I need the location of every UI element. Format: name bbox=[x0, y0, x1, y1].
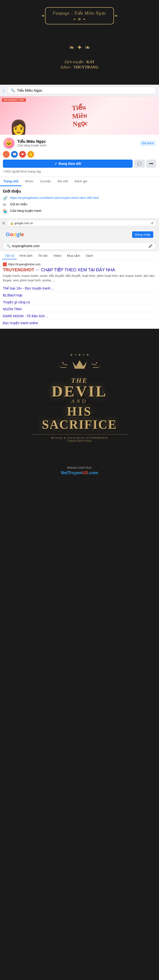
hamburger-icon[interactable]: ≡ bbox=[2, 221, 5, 226]
back-button[interactable]: ‹ bbox=[3, 88, 5, 93]
result-link-3[interactable]: Truyện gì cũng có bbox=[3, 299, 156, 305]
phone-screenshot-section: ‹ 🔍 Tiểu Miêu Ngọc TRUYENGIHO T.NET 👩 Ti… bbox=[0, 85, 159, 329]
result-title-highlight: TRUYENGIHOT bbox=[3, 267, 34, 272]
about-link-url[interactable]: https://truyengihotne.com/danh-sach-truy… bbox=[10, 196, 99, 200]
google-o1: o bbox=[10, 231, 13, 237]
fb-search-bar[interactable]: ‹ 🔍 Tiểu Miêu Ngọc bbox=[0, 85, 159, 96]
about-item-link: 🔗 https://truyengihotne.com/danh-sach-tr… bbox=[3, 196, 156, 200]
spark-1: ✦ bbox=[70, 353, 73, 357]
comic-cover: ✦ ✧ ✦ ✧ ✦ bbox=[20, 353, 140, 442]
google-g2: g bbox=[16, 231, 19, 237]
deco-leaf-right: ❧ bbox=[83, 17, 86, 21]
url-text: google.com.vn bbox=[14, 221, 33, 225]
follow-button-label: Đang theo dõi bbox=[59, 162, 81, 165]
website-url-part2: US bbox=[82, 470, 88, 475]
svg-point-6 bbox=[96, 362, 97, 363]
message-button[interactable]: 💬 bbox=[134, 159, 145, 168]
website-url-part3: .com bbox=[88, 470, 98, 475]
likes-count: 7.663 người thích trang này bbox=[3, 170, 156, 173]
follow-button[interactable]: ✓ Đang theo dõi bbox=[3, 159, 133, 168]
result-title[interactable]: TRUYENGIHOT ← CHẠP TIẾP THEO XEM TẠI ĐÂY… bbox=[3, 267, 156, 273]
more-button[interactable]: ••• bbox=[146, 159, 156, 168]
comic-cover-section: ✦ ✧ ✦ ✧ ✦ bbox=[0, 343, 159, 447]
ornament-center: ✦ bbox=[77, 43, 82, 51]
spacer-3 bbox=[0, 329, 159, 343]
editor-credit: Editor : THUYTRANG bbox=[5, 65, 154, 69]
page-type: Cửa hàng truyện tranh bbox=[17, 144, 137, 147]
filter-tabs: Tất cả Hình ảnh Tin tức Video Mua sắm Sá… bbox=[0, 251, 159, 261]
spacer-4 bbox=[0, 447, 159, 459]
search-icon: 🔍 bbox=[11, 88, 15, 92]
result-link-1[interactable]: Thể loại 18+ - Đọc truyện tranh ... bbox=[3, 285, 156, 291]
store-icon: 🏪 bbox=[3, 209, 8, 213]
comic-title-devil: Devil bbox=[20, 385, 140, 398]
comic-title-sacrifice: Sacrifice bbox=[20, 418, 140, 431]
google-header-row: Google Đăng nhập bbox=[3, 229, 156, 240]
reload-icon[interactable]: ↺ bbox=[151, 221, 154, 225]
editor-label: Editor : bbox=[60, 65, 72, 69]
hero-brand-text: TiểuMiêuNgọc bbox=[71, 103, 88, 128]
google-section: Google Đăng nhập bbox=[0, 228, 159, 240]
tab-su-kien[interactable]: Sự kiện bbox=[37, 177, 54, 186]
google-login-button[interactable]: Đăng nhập bbox=[132, 231, 153, 238]
ornament-left: ❧ bbox=[69, 43, 74, 51]
result-description: truyện tranh, truyen tranh, novel, tiểu … bbox=[3, 274, 156, 282]
icon-red[interactable]: ❤ bbox=[19, 151, 26, 158]
search-input-fb[interactable]: 🔍 Tiểu Miêu Ngọc bbox=[7, 87, 156, 94]
story-credit: Original Story Kimpa bbox=[20, 439, 140, 442]
fanpage-decoration: ❧ ✿ ❧ bbox=[53, 17, 106, 21]
credits-section: Dịch truyện : KAT Editor : THUYTRANG bbox=[0, 56, 159, 78]
filter-tab-all[interactable]: Tất cả bbox=[2, 252, 17, 259]
website-section: Website chính thức: NetTruyenUS.com bbox=[0, 459, 159, 480]
dich-credit: Dịch truyện : KAT bbox=[5, 60, 154, 64]
mic-icon[interactable]: 🎤 bbox=[148, 244, 153, 248]
tab-bai-viet[interactable]: Bài viết bbox=[54, 177, 71, 186]
ornament-line: ❧ ✦ ❧ bbox=[69, 43, 90, 51]
ornament-divider: ❧ ✦ ❧ bbox=[0, 39, 159, 56]
fanpage-label: Fanpage : Tiểu Miêu Ngọc bbox=[53, 11, 106, 16]
svg-line-3 bbox=[92, 364, 96, 365]
result-link-4[interactable]: NGÔN TÌNH bbox=[3, 306, 156, 312]
icon-blue[interactable]: 💬 bbox=[11, 151, 18, 158]
tab-trang-chu[interactable]: Trang chủ bbox=[0, 177, 22, 186]
fb-icon-row: 🛒 💬 ❤ ⭐ bbox=[3, 151, 156, 158]
fanpage-section: Fanpage : Tiểu Miêu Ngọc ❧ ✿ ❧ bbox=[0, 0, 159, 29]
fb-nav-tabs: Trang chủ Nhóm Sự kiện Bài viết Đánh giá bbox=[0, 177, 159, 186]
bottom-spacer bbox=[0, 480, 159, 504]
liked-badge[interactable]: Đã thích bbox=[140, 140, 156, 146]
crown-area bbox=[20, 359, 140, 374]
google-e: e bbox=[21, 231, 24, 237]
icon-orange[interactable]: 🛒 bbox=[3, 151, 10, 158]
filter-tab-shopping[interactable]: Mua sắm bbox=[64, 252, 83, 259]
fb-page-header: 🐱 Tiểu Miêu Ngọc Cửa hàng truyện tranh Đ… bbox=[3, 137, 156, 149]
browser-bar[interactable]: ≡ 🔒 google.com.vn ↺ bbox=[0, 218, 159, 228]
browser-url-area[interactable]: 🔒 google.com.vn ↺ bbox=[7, 220, 157, 226]
fb-hero-banner: TRUYENGIHO T.NET 👩 TiểuMiêuNgọc bbox=[0, 96, 159, 135]
website-url[interactable]: NetTruyenUS.com bbox=[5, 470, 154, 476]
result-link-5[interactable]: DARK MOON - Tế Đàn Ánh ... bbox=[3, 313, 156, 319]
page-name-area: Tiểu Miêu Ngọc Cửa hàng truyện tranh bbox=[17, 139, 137, 147]
deco-leaf-left: ❧ bbox=[73, 17, 76, 21]
ornament-right: ❧ bbox=[85, 43, 90, 51]
search-results: T https://truyengihotne.com TRUYENGIHOT … bbox=[0, 261, 159, 329]
about-item-store: 🏪 Cửa hàng truyện tranh bbox=[3, 209, 156, 213]
filter-tab-video[interactable]: Video bbox=[51, 252, 64, 259]
tab-danh-gia[interactable]: Đánh giá bbox=[71, 177, 90, 186]
sparks-decoration: ✦ ✧ ✦ ✧ ✦ bbox=[20, 353, 140, 357]
result-link-6[interactable]: Đọc truyện tranh online bbox=[3, 320, 156, 326]
hero-character: 👩 bbox=[10, 106, 29, 135]
hero-site-badge: TRUYENGIHO T.NET bbox=[2, 98, 26, 102]
icon-yellow[interactable]: ⭐ bbox=[27, 151, 34, 158]
website-label: Website chính thức: bbox=[5, 466, 154, 469]
google-search-icon: 🔍 bbox=[6, 244, 11, 248]
avatar: 🐱 bbox=[3, 137, 15, 149]
google-search-box[interactable]: 🔍 truyengihotne.com 🎤 bbox=[3, 242, 156, 250]
result-link-2[interactable]: BL/Bách hợp bbox=[3, 293, 156, 298]
crown-svg bbox=[56, 359, 104, 374]
about-store-text: Cửa hàng truyện tranh bbox=[10, 209, 42, 212]
filter-tab-books[interactable]: Sách bbox=[83, 252, 96, 259]
filter-tab-images[interactable]: Hình ảnh bbox=[17, 252, 35, 259]
filter-tab-news[interactable]: Tin tức bbox=[35, 252, 50, 259]
comic-divider bbox=[32, 434, 128, 434]
tab-nhom[interactable]: Nhóm bbox=[22, 177, 37, 186]
